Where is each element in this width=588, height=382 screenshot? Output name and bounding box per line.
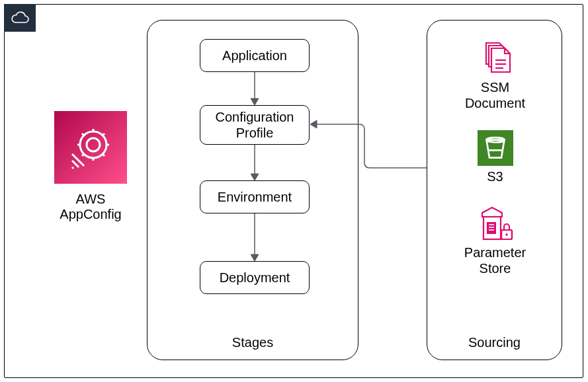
stage-environment: Environment <box>200 180 310 213</box>
appconfig-label: AWS AppConfig <box>45 192 136 222</box>
appconfig-gear-icon <box>54 111 127 184</box>
s3-bucket-icon <box>427 130 563 166</box>
svg-line-6 <box>82 134 84 135</box>
source-s3: S3 <box>427 130 563 184</box>
arrow-env-to-deploy <box>251 213 259 261</box>
cloud-icon <box>9 10 30 26</box>
svg-line-8 <box>103 134 105 135</box>
source-label: ParameterStore <box>427 245 563 276</box>
diagram-canvas: AWS AppConfig Application ConfigurationP… <box>0 0 588 382</box>
arrow-config-to-env <box>251 145 259 180</box>
svg-marker-16 <box>251 174 259 180</box>
source-label: SSMDocument <box>427 79 563 111</box>
svg-marker-19 <box>310 120 317 128</box>
svg-line-7 <box>103 154 105 156</box>
svg-marker-14 <box>251 98 259 105</box>
parameter-store-icon <box>427 206 563 242</box>
stages-container: Application ConfigurationProfile Environ… <box>147 20 358 360</box>
stages-label: Stages <box>147 335 358 350</box>
stage-application: Application <box>200 39 310 72</box>
svg-line-12 <box>72 167 73 169</box>
arrow-app-to-config <box>251 72 259 105</box>
arrow-sourcing-to-config <box>310 120 427 180</box>
aws-cloud-badge <box>4 4 36 32</box>
ssm-document-icon <box>427 40 563 77</box>
stage-configuration-profile: ConfigurationProfile <box>200 105 310 145</box>
svg-line-9 <box>82 154 84 156</box>
stage-deployment: Deployment <box>200 261 310 294</box>
svg-rect-23 <box>478 130 513 166</box>
source-ssm-document: SSMDocument <box>427 40 563 111</box>
svg-line-11 <box>72 161 79 167</box>
svg-point-0 <box>87 138 100 151</box>
source-label: S3 <box>427 169 563 184</box>
sourcing-container: SSMDocument S3 <box>427 20 562 360</box>
svg-point-33 <box>505 233 508 236</box>
source-parameter-store: ParameterStore <box>427 206 563 276</box>
sourcing-label: Sourcing <box>427 335 562 350</box>
appconfig-service: AWS AppConfig <box>45 111 136 222</box>
svg-marker-18 <box>251 254 259 261</box>
svg-rect-27 <box>487 222 496 234</box>
